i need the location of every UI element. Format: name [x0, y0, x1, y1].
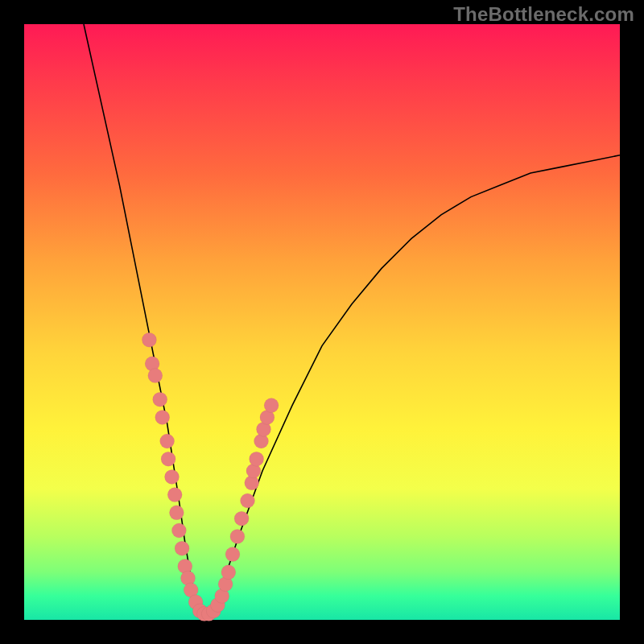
- data-point: [160, 434, 175, 448]
- chart-container: TheBottleneck.com: [0, 0, 644, 644]
- data-point: [230, 529, 245, 543]
- data-points: [142, 332, 279, 621]
- data-point: [155, 410, 170, 424]
- data-point: [241, 493, 255, 508]
- bottleneck-curve: [84, 24, 620, 620]
- chart-svg: [24, 24, 620, 620]
- data-point: [171, 523, 186, 538]
- data-point: [148, 369, 163, 383]
- data-point: [167, 488, 182, 502]
- data-point: [169, 506, 184, 520]
- data-point: [234, 511, 249, 526]
- data-point: [165, 469, 180, 484]
- data-point: [142, 332, 156, 347]
- data-point: [264, 398, 279, 413]
- data-point: [221, 565, 236, 580]
- data-point: [250, 452, 264, 466]
- watermark-text: TheBottleneck.com: [453, 3, 634, 26]
- data-point: [153, 392, 167, 407]
- data-point: [161, 452, 175, 466]
- data-point: [225, 547, 240, 562]
- data-point: [175, 541, 189, 555]
